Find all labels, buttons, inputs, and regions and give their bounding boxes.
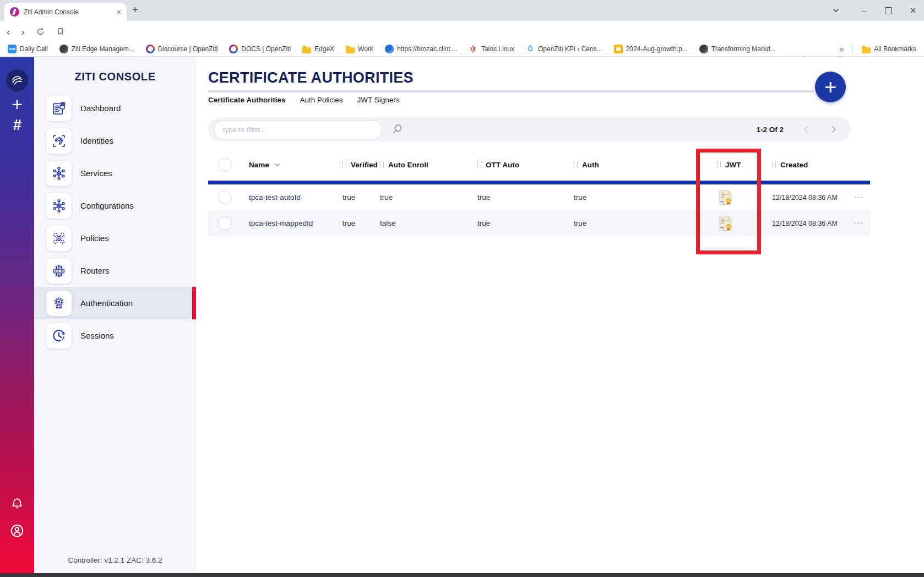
close-button[interactable]: ×	[907, 5, 918, 17]
maximize-button[interactable]	[885, 7, 892, 14]
sidebar-item-services[interactable]: Services	[34, 157, 196, 189]
bookmarks-overflow-chevron[interactable]: »	[840, 45, 844, 53]
droplet-icon	[526, 45, 535, 53]
bookmark-transforming[interactable]: Transforming Markd...	[699, 45, 776, 53]
bookmark-daily-call[interactable]: zm Daily Call	[8, 45, 48, 53]
bookmark-icon[interactable]	[56, 27, 65, 36]
window-controls: – ×	[832, 0, 918, 21]
table-header: Name Verified Auto Enroll OTT Auto Auth …	[208, 149, 870, 181]
zoom-icon: zm	[8, 45, 17, 53]
search-icon[interactable]	[391, 123, 404, 136]
bookmark-brozac[interactable]: https://brozac.clint....	[385, 45, 458, 53]
add-certificate-authority-button[interactable]: +	[815, 72, 846, 102]
all-bookmarks-button[interactable]: All Bookmarks	[862, 45, 916, 53]
sidebar-item-authentication[interactable]: Authentication	[34, 287, 196, 319]
bookmark-discourse[interactable]: Discourse | OpenZiti	[146, 45, 218, 53]
sidebar: ZITI CONSOLE Dashboard Identities Servic…	[34, 57, 196, 573]
slides-doc-icon	[614, 45, 623, 53]
tab-certificate-authorities[interactable]: Certificate Authorities	[208, 96, 286, 104]
row-checkbox[interactable]	[218, 216, 232, 230]
window-bottom-edge	[0, 573, 924, 577]
folder-icon	[302, 47, 311, 53]
browser-tab[interactable]: Ziti Admin Console ×	[4, 3, 127, 21]
bookmark-docs[interactable]: DOCS | OpenZiti	[229, 45, 291, 53]
page-title: CERTIFICATE AUTHORITIES	[208, 69, 414, 86]
column-header-name[interactable]: Name	[242, 161, 336, 169]
pagination-label: 1-2 Of 2	[756, 126, 784, 134]
column-header-auth[interactable]: Auth	[567, 161, 710, 169]
ziti-logo-icon[interactable]	[6, 69, 28, 91]
filter-bar: 1-2 Of 2	[208, 117, 851, 141]
bookmark-work[interactable]: Work	[346, 45, 373, 53]
minimize-button[interactable]: –	[858, 6, 869, 15]
select-all-checkbox[interactable]	[218, 158, 232, 172]
tab-close-icon[interactable]: ×	[117, 8, 121, 16]
created-value: 12/18/2024 08:36 AM	[765, 220, 848, 227]
reload-icon[interactable]	[36, 27, 45, 36]
bookmark-edgex[interactable]: EdgeX	[302, 45, 334, 53]
auth-value: true	[567, 193, 710, 202]
sidebar-item-configurations[interactable]: Configurations	[34, 189, 196, 222]
bookmark-talos[interactable]: Talos Linux	[469, 45, 514, 53]
ca-name[interactable]: tpca-test-autoId	[242, 193, 336, 202]
sidebar-item-routers[interactable]: Routers	[34, 254, 196, 287]
network-gear-icon	[46, 193, 72, 219]
ott-auto-value: true	[471, 193, 567, 202]
sidebar-item-identities[interactable]: Identities	[34, 124, 196, 157]
row-actions-ellipsis-icon[interactable]: •••	[848, 194, 870, 200]
notifications-bell-icon[interactable]	[9, 496, 25, 511]
forward-icon[interactable]: ›	[21, 26, 24, 37]
folder-icon	[346, 47, 355, 53]
auto-enroll-value: true	[373, 193, 471, 202]
section-tabs: Certificate Authorities Auth Policies JW…	[208, 96, 400, 104]
version-footer: Controller: v1.2.1 ZAC: 3.6.2	[34, 556, 196, 564]
filter-input[interactable]	[214, 120, 382, 139]
row-actions-ellipsis-icon[interactable]: •••	[848, 220, 870, 226]
main-content: CERTIFICATE AUTHORITIES + Certificate Au…	[196, 57, 924, 573]
verified-value: true	[336, 219, 373, 227]
app-rail: + #	[0, 57, 34, 573]
previous-page-chevron-icon[interactable]	[801, 124, 811, 134]
rail-add-icon[interactable]: +	[0, 94, 34, 115]
new-tab-button[interactable]: +	[132, 4, 138, 16]
sidebar-item-dashboard[interactable]: Dashboard	[34, 92, 196, 124]
row-checkbox[interactable]	[218, 190, 232, 204]
globe-icon	[59, 45, 68, 53]
bookmarks-bar: zm Daily Call Ziti Edge Managem... Disco…	[0, 42, 924, 57]
auto-enroll-value: false	[373, 219, 471, 227]
talos-icon	[469, 45, 478, 53]
verified-value: true	[336, 193, 373, 202]
auth-value: true	[567, 219, 710, 227]
table-row[interactable]: tpca-test-mappedId true false true true …	[208, 210, 870, 236]
bookmark-growth-doc[interactable]: 2024-Aug-growth.p...	[614, 45, 688, 53]
column-header-ott-auto[interactable]: OTT Auto	[471, 161, 567, 169]
openziti-ring-icon	[146, 45, 155, 53]
account-icon[interactable]	[9, 522, 25, 539]
browser-toolbar: ‹ › https://ctrl.cdaws.clint.demo.openzi…	[0, 21, 924, 42]
column-header-auto-enroll[interactable]: Auto Enroll	[373, 161, 471, 169]
created-value: 12/18/2024 08:36 AM	[765, 194, 848, 202]
dashboard-icon	[46, 96, 72, 121]
tab-jwt-signers[interactable]: JWT Signers	[357, 96, 400, 104]
sidebar-item-sessions[interactable]: Sessions	[34, 319, 196, 352]
rail-hash-icon[interactable]: #	[0, 117, 34, 134]
sidebar-item-policies[interactable]: Policies	[34, 222, 196, 254]
tab-search-chevron-icon[interactable]	[832, 7, 843, 14]
clock-icon	[46, 323, 72, 349]
back-icon[interactable]: ‹	[7, 26, 10, 37]
globe-icon	[699, 45, 708, 53]
next-page-chevron-icon[interactable]	[829, 124, 839, 134]
bookmark-openziti-kpi[interactable]: OpenZiti KPI › Cens...	[526, 45, 602, 53]
column-header-verified[interactable]: Verified	[336, 161, 373, 169]
tab-auth-policies[interactable]: Auth Policies	[300, 96, 343, 104]
fingerprint-icon	[46, 128, 72, 154]
pagination: 1-2 Of 2	[756, 124, 851, 134]
openziti-ring-icon	[229, 45, 238, 53]
divider	[852, 45, 853, 53]
table-row[interactable]: tpca-test-autoId true true true true 12/…	[208, 184, 870, 210]
ca-name[interactable]: tpca-test-mappedId	[242, 219, 336, 227]
bookmark-ziti-edge[interactable]: Ziti Edge Managem...	[59, 45, 134, 53]
openziti-favicon	[10, 7, 19, 17]
award-badge-icon	[46, 291, 72, 316]
column-header-created[interactable]: Created	[765, 161, 848, 169]
